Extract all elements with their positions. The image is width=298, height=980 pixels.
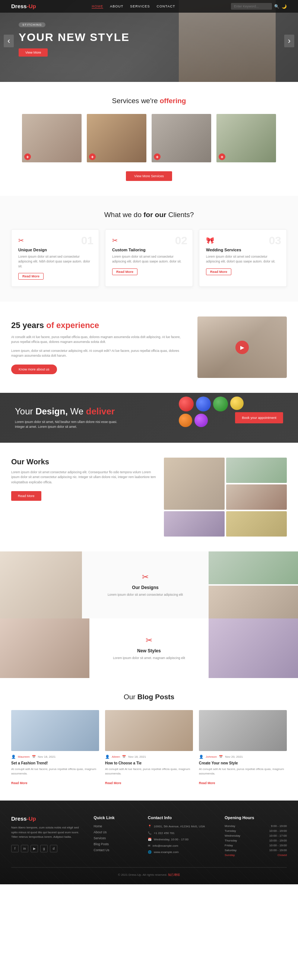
service-plus-3[interactable]: + xyxy=(154,153,161,160)
blog-post-3-read-more[interactable]: Read More xyxy=(199,781,215,785)
blog-section: Our Blog Posts 👤 Maureen 📅 Nov 18, 2021 … xyxy=(0,678,298,800)
what-card-title-2: Custom Tailoring xyxy=(112,248,186,252)
blog-title: Our Blog Posts xyxy=(11,693,287,701)
search-input[interactable] xyxy=(231,3,272,10)
what-card-link-1[interactable]: Read More xyxy=(18,273,44,280)
service-plus-4[interactable]: + xyxy=(219,153,225,160)
styles-left-img xyxy=(0,619,89,678)
phone-icon: 📞 xyxy=(148,831,151,835)
works-read-more-button[interactable]: Read More xyxy=(11,491,41,501)
what-card-3: 03 🎀 Wedding Services Lorem ipsum dolor … xyxy=(199,229,287,287)
view-more-services-button[interactable]: View More Services xyxy=(126,171,172,181)
what-card-text-1: Lorem ipsum dolor sit amet sed consectet… xyxy=(18,254,92,269)
nav-home[interactable]: Home xyxy=(92,5,103,9)
nav-services[interactable]: Services xyxy=(130,5,150,9)
footer-hours-friday: Friday10:00 - 19:00 xyxy=(225,844,287,847)
footer-link-about[interactable]: About Us xyxy=(94,830,139,834)
globe-icon: 🌐 xyxy=(148,850,151,854)
footer-socials: f in ▶ g d xyxy=(11,845,84,852)
blog-post-1-author: Maureen xyxy=(18,755,30,759)
footer-desc: Nam libero tempore, cum soluta nobis est… xyxy=(11,826,84,840)
footer-grid: Dress-Up Nam libero tempore, cum soluta … xyxy=(11,815,287,858)
service-plus-2[interactable]: + xyxy=(89,153,96,160)
hero-title: YOUR NEW STYLE xyxy=(19,31,279,43)
what-card-text-2: Lorem ipsum dolor sit amet sed consectet… xyxy=(112,254,186,264)
footer-quick-links-title: Quick Link xyxy=(94,815,139,820)
styles-title: New Styles xyxy=(137,648,161,654)
search-icon[interactable]: 🔍 xyxy=(274,4,279,9)
styles-right-img xyxy=(209,619,298,678)
design-deliver-section: Your Design, We deliver Lorem ipsum dolo… xyxy=(0,393,298,443)
blog-post-1-title: Set a Fashion Trend! xyxy=(11,761,99,765)
book-appointment-button[interactable]: Book your appointment xyxy=(235,412,283,423)
footer-link-blog[interactable]: Blog Posts xyxy=(94,842,139,846)
nav-contact[interactable]: Contact xyxy=(157,5,175,9)
hero-next-arrow[interactable]: › xyxy=(284,35,294,47)
blog-post-2-date: Nov 18, 2021 xyxy=(128,755,146,759)
gallery-right-top xyxy=(209,551,298,584)
play-button[interactable]: ▶ xyxy=(236,341,249,354)
blog-post-3-meta: 👤 Johnson 📅 Nov 20, 2021 xyxy=(199,755,287,759)
work-photo-2 xyxy=(226,458,287,483)
work-photo-4 xyxy=(164,511,225,536)
footer: Dress-Up Nam libero tempore, cum soluta … xyxy=(0,800,298,884)
footer-social-dribbble[interactable]: d xyxy=(50,845,57,852)
services-grid: + + + + xyxy=(15,114,283,162)
styles-icon: ✂ xyxy=(146,636,152,645)
theme-toggle-icon[interactable]: 🌙 xyxy=(282,4,287,9)
footer-hours-col: Opening Hours Monday9:00 - 19:00 Tuesday… xyxy=(225,815,287,858)
what-section: What we do for our Clients? 01 ✂ Unique … xyxy=(0,196,298,302)
services-title: Services we're offering xyxy=(15,97,283,105)
blog-post-1-date: Nov 18, 2021 xyxy=(38,755,56,759)
nav-search-area: 🔍 🌙 xyxy=(231,3,287,10)
footer-hours-tuesday: Tuesday10:00 - 19:00 xyxy=(225,829,287,832)
service-card-1: + xyxy=(22,114,81,162)
footer-social-linkedin[interactable]: in xyxy=(21,845,28,852)
footer-schedule: 📅 Wednesday, 10:00 - 17:00 xyxy=(148,838,216,841)
service-image-4: + xyxy=(217,114,276,162)
footer-contact-title: Contact Info xyxy=(148,815,216,820)
what-card-num-3: 03 xyxy=(269,234,281,247)
designs-icon: ✂ xyxy=(142,572,149,582)
footer-hours-thursday: Thursday10:00 - 19:00 xyxy=(225,839,287,842)
logo-accent: -Up xyxy=(27,3,36,9)
service-card-3: + xyxy=(151,114,211,162)
services-section: Services we're offering + + + + View Mor… xyxy=(0,82,298,196)
hero-view-more-button[interactable]: View More xyxy=(19,48,48,57)
what-title: What we do for our Clients? xyxy=(11,211,287,219)
service-plus-1[interactable]: + xyxy=(24,153,31,160)
footer-link-home[interactable]: Home xyxy=(94,824,139,828)
footer-brand-col: Dress-Up Nam libero tempore, cum soluta … xyxy=(11,815,84,858)
navbar: Dress-Up Home About Services Contact 🔍 🌙 xyxy=(0,0,298,13)
what-card-link-2[interactable]: Read More xyxy=(112,269,137,275)
designs-title: Our Designs xyxy=(132,585,158,590)
footer-social-youtube[interactable]: ▶ xyxy=(30,845,38,852)
blog-author-icon-3: 👤 xyxy=(199,755,203,759)
footer-link-services[interactable]: Services xyxy=(94,836,139,840)
blog-post-2: 👤 Aileen 📅 Nov 18, 2021 How to Choose a … xyxy=(105,710,193,786)
know-more-button[interactable]: Know more about us xyxy=(11,364,57,374)
design-deliver-text: Lorem ipsum dolor sit amet, Nid bealtur … xyxy=(15,420,119,429)
footer-social-facebook[interactable]: f xyxy=(11,845,19,852)
footer-link-contact[interactable]: Contact Us xyxy=(94,848,139,852)
blog-post-3-author: Johnson xyxy=(206,755,217,759)
work-photo-1 xyxy=(164,458,225,510)
calendar-icon: 📅 xyxy=(148,838,151,841)
footer-contact-col: Contact Info 📍 10001, 5th Avenue, #12341… xyxy=(148,815,216,858)
blog-post-1: 👤 Maureen 📅 Nov 18, 2021 Set a Fashion T… xyxy=(11,710,99,786)
service-card-4: + xyxy=(217,114,276,162)
experience-title: 25 years of experience xyxy=(11,321,186,330)
hero-title-text: YOUR NEW STYLE xyxy=(19,31,130,43)
hero-prev-arrow[interactable]: ‹ xyxy=(4,35,14,47)
footer-social-gplus[interactable]: g xyxy=(40,845,48,852)
blog-post-2-meta: 👤 Aileen 📅 Nov 18, 2021 xyxy=(105,755,193,759)
design-deliver-title: Your Design, We deliver xyxy=(15,406,119,417)
nav-about[interactable]: About xyxy=(110,5,123,9)
blog-post-3-date: Nov 20, 2021 xyxy=(225,755,243,759)
footer-email: ✉ info@example.com xyxy=(148,844,216,848)
location-icon: 📍 xyxy=(148,824,151,829)
blog-post-2-read-more[interactable]: Read More xyxy=(105,781,121,785)
blog-post-3-title: Create Your new Style xyxy=(199,761,287,765)
blog-post-1-read-more[interactable]: Read More xyxy=(11,781,27,785)
what-card-link-3[interactable]: Read More xyxy=(206,269,231,275)
